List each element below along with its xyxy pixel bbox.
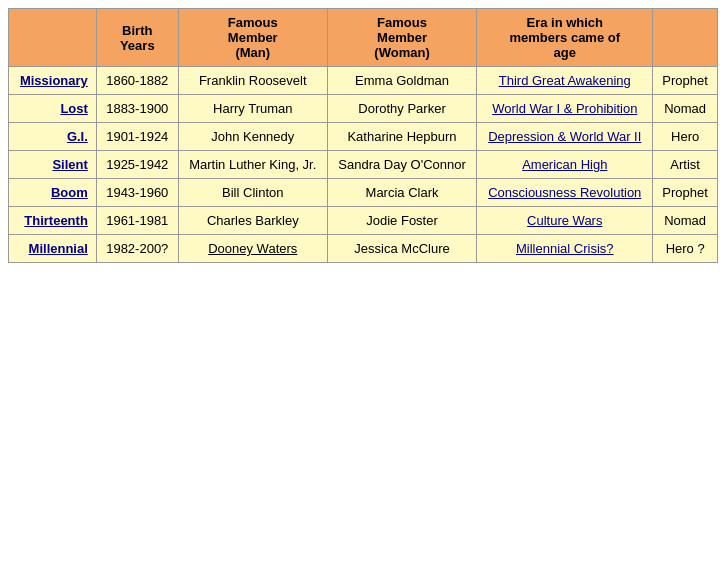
era-link[interactable]: Consciousness Revolution bbox=[488, 185, 641, 200]
generation-link[interactable]: Silent bbox=[52, 157, 87, 172]
archetype-cell: Prophet bbox=[653, 67, 718, 95]
famous-woman-cell: Emma Goldman bbox=[327, 67, 476, 95]
era-cell: Third Great Awakening bbox=[477, 67, 653, 95]
header-birth-years: BirthYears bbox=[96, 9, 178, 67]
archetype-cell: Prophet bbox=[653, 179, 718, 207]
era-link[interactable]: Depression & World War II bbox=[488, 129, 641, 144]
era-cell: Millennial Crisis? bbox=[477, 235, 653, 263]
generation-link[interactable]: Millennial bbox=[29, 241, 88, 256]
era-link[interactable]: Culture Wars bbox=[527, 213, 602, 228]
header-archetype bbox=[653, 9, 718, 67]
generation-link[interactable]: G.I. bbox=[67, 129, 88, 144]
birth-years-cell: 1961-1981 bbox=[96, 207, 178, 235]
archetype-cell: Nomad bbox=[653, 95, 718, 123]
generation-link[interactable]: Thirteenth bbox=[24, 213, 88, 228]
birth-years-cell: 1860-1882 bbox=[96, 67, 178, 95]
table-row: Missionary1860-1882Franklin RooseveltEmm… bbox=[9, 67, 718, 95]
birth-years-cell: 1925-1942 bbox=[96, 151, 178, 179]
archetype-cell: Hero ? bbox=[653, 235, 718, 263]
era-link[interactable]: World War I & Prohibition bbox=[492, 101, 637, 116]
table-row: Millennial1982-200?Dooney WatersJessica … bbox=[9, 235, 718, 263]
famous-woman-cell: Jessica McClure bbox=[327, 235, 476, 263]
generation-cell: Thirteenth bbox=[9, 207, 97, 235]
birth-years-cell: 1901-1924 bbox=[96, 123, 178, 151]
famous-woman-cell: Dorothy Parker bbox=[327, 95, 476, 123]
famous-man-cell: Martin Luther King, Jr. bbox=[178, 151, 327, 179]
generation-link[interactable]: Missionary bbox=[20, 73, 88, 88]
era-link[interactable]: Millennial Crisis? bbox=[516, 241, 614, 256]
generation-cell: G.I. bbox=[9, 123, 97, 151]
famous-woman-cell: Sandra Day O'Connor bbox=[327, 151, 476, 179]
famous-man-cell: John Kennedy bbox=[178, 123, 327, 151]
era-cell: World War I & Prohibition bbox=[477, 95, 653, 123]
table-row: Boom1943-1960Bill ClintonMarcia ClarkCon… bbox=[9, 179, 718, 207]
famous-woman-cell: Marcia Clark bbox=[327, 179, 476, 207]
birth-years-cell: 1943-1960 bbox=[96, 179, 178, 207]
header-famous-woman: FamousMember(Woman) bbox=[327, 9, 476, 67]
birth-years-cell: 1883-1900 bbox=[96, 95, 178, 123]
archetype-cell: Nomad bbox=[653, 207, 718, 235]
table-row: Silent1925-1942Martin Luther King, Jr.Sa… bbox=[9, 151, 718, 179]
era-link[interactable]: American High bbox=[522, 157, 607, 172]
era-link[interactable]: Third Great Awakening bbox=[499, 73, 631, 88]
generations-table: BirthYears FamousMember(Man) FamousMembe… bbox=[8, 8, 718, 263]
table-row: G.I.1901-1924John KennedyKatharine Hepbu… bbox=[9, 123, 718, 151]
header-famous-man: FamousMember(Man) bbox=[178, 9, 327, 67]
era-cell: Consciousness Revolution bbox=[477, 179, 653, 207]
generation-link[interactable]: Boom bbox=[51, 185, 88, 200]
header-generation bbox=[9, 9, 97, 67]
generation-cell: Lost bbox=[9, 95, 97, 123]
famous-woman-cell: Jodie Foster bbox=[327, 207, 476, 235]
table-row: Thirteenth1961-1981Charles BarkleyJodie … bbox=[9, 207, 718, 235]
table-row: Lost1883-1900Harry TrumanDorothy ParkerW… bbox=[9, 95, 718, 123]
header-era: Era in whichmembers came ofage bbox=[477, 9, 653, 67]
birth-years-cell: 1982-200? bbox=[96, 235, 178, 263]
famous-woman-cell: Katharine Hepburn bbox=[327, 123, 476, 151]
generation-cell: Millennial bbox=[9, 235, 97, 263]
famous-man-cell: Dooney Waters bbox=[178, 235, 327, 263]
famous-man-cell: Bill Clinton bbox=[178, 179, 327, 207]
famous-man-cell: Franklin Roosevelt bbox=[178, 67, 327, 95]
generation-cell: Missionary bbox=[9, 67, 97, 95]
generation-cell: Boom bbox=[9, 179, 97, 207]
era-cell: American High bbox=[477, 151, 653, 179]
era-cell: Depression & World War II bbox=[477, 123, 653, 151]
famous-man-cell: Harry Truman bbox=[178, 95, 327, 123]
era-cell: Culture Wars bbox=[477, 207, 653, 235]
generation-cell: Silent bbox=[9, 151, 97, 179]
archetype-cell: Hero bbox=[653, 123, 718, 151]
archetype-cell: Artist bbox=[653, 151, 718, 179]
famous-man-cell: Charles Barkley bbox=[178, 207, 327, 235]
generation-link[interactable]: Lost bbox=[60, 101, 87, 116]
